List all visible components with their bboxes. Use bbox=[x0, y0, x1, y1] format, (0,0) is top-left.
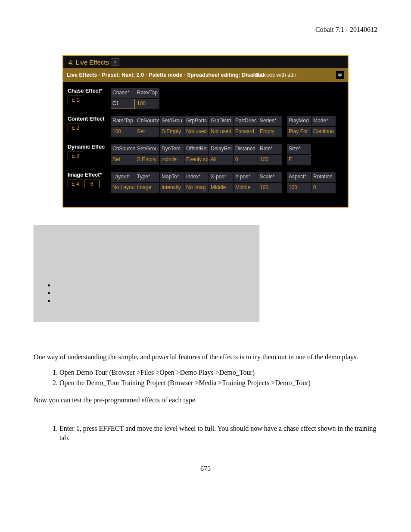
column-header[interactable]: Aspect* bbox=[287, 172, 311, 183]
doc-header: Cobalt 7.1 - 20140612 bbox=[34, 26, 377, 34]
page-number: 675 bbox=[34, 465, 377, 473]
column-header[interactable]: Rotation bbox=[311, 172, 336, 183]
cell-value[interactable]: Intensity bbox=[160, 183, 184, 193]
cell-value[interactable]: 100 bbox=[111, 127, 135, 137]
cell-value[interactable]: Not used bbox=[209, 127, 233, 137]
steps-list-2: Enter 1, press EFFECT and move the level… bbox=[34, 424, 377, 443]
column-header[interactable]: Set/Grou bbox=[135, 144, 159, 155]
step-item: Open Demo Tour (Browser >Files >Open >De… bbox=[59, 368, 377, 377]
tab-live-effects[interactable]: 4. Live Effects ✕ bbox=[66, 56, 122, 68]
effect-id-box[interactable]: E 3 bbox=[68, 152, 83, 160]
column-header[interactable]: Scale* bbox=[258, 172, 282, 183]
cell-value[interactable]: 0 bbox=[234, 155, 258, 165]
cell-value[interactable]: Image bbox=[135, 183, 159, 193]
steps-list-1: Open Demo Tour (Browser >Files >Open >De… bbox=[34, 368, 377, 388]
cell-value[interactable]: Forward bbox=[234, 127, 258, 137]
column-header[interactable]: Series* bbox=[258, 116, 282, 127]
body-paragraph: One way of understanding the simple, and… bbox=[34, 352, 377, 362]
column-header[interactable]: PartDirec bbox=[234, 116, 258, 127]
close-icon[interactable]: ✕ bbox=[112, 58, 119, 66]
gear-icon[interactable]: ✲ bbox=[336, 71, 344, 79]
effect-id-box[interactable]: E 2 bbox=[68, 124, 83, 132]
cell-value[interactable]: 100 bbox=[258, 183, 282, 193]
column-header[interactable]: Chase* bbox=[111, 88, 135, 99]
column-header[interactable]: ChSource bbox=[135, 116, 159, 127]
column-header[interactable]: DynTem bbox=[160, 144, 184, 155]
bullet-item bbox=[55, 281, 259, 289]
step-item: Enter 1, press EFFECT and move the level… bbox=[59, 424, 377, 443]
column-header[interactable]: Distance bbox=[234, 144, 258, 155]
cell-value[interactable]: No Imag bbox=[184, 183, 209, 193]
note-box bbox=[34, 225, 259, 322]
info-bar-devices: Devices with attri bbox=[255, 72, 296, 78]
effect-id-box[interactable]: 6 bbox=[84, 180, 100, 188]
cell-value[interactable]: >circle bbox=[160, 155, 184, 165]
column-header[interactable]: Index* bbox=[184, 172, 209, 183]
bullet-item bbox=[55, 297, 259, 305]
live-effects-window: 4. Live Effects ✕ Live Effects - Preset:… bbox=[62, 55, 349, 208]
column-header[interactable]: Size* bbox=[287, 144, 311, 155]
body-paragraph: Now you can test the pre-programmed effe… bbox=[34, 395, 377, 405]
column-header[interactable]: PlayMod bbox=[287, 116, 311, 127]
column-header[interactable]: Mode* bbox=[311, 116, 336, 127]
info-bar: Live Effects - Preset: Next: 2.0 - Palet… bbox=[63, 68, 348, 82]
effect-id-box[interactable]: E 1 bbox=[68, 96, 83, 104]
cell-value[interactable]: S:Empty bbox=[135, 155, 159, 165]
cell-value[interactable]: C1 bbox=[111, 99, 135, 109]
effect-row-label: Chase Effect* bbox=[68, 88, 111, 94]
bullet-item bbox=[55, 289, 259, 297]
column-header[interactable]: X-pos* bbox=[209, 172, 233, 183]
column-header[interactable]: GrpParts bbox=[184, 116, 209, 127]
cell-value[interactable]: Middle bbox=[209, 183, 233, 193]
cell-value[interactable]: 100 bbox=[287, 183, 311, 193]
column-header[interactable]: OffsetRel bbox=[184, 144, 209, 155]
column-header[interactable]: Layout* bbox=[111, 172, 135, 183]
effect-row-label: Content Effect bbox=[68, 116, 111, 122]
column-header[interactable]: Y-pos* bbox=[234, 172, 258, 183]
cell-value[interactable]: 100 bbox=[135, 99, 159, 109]
tab-label: 4. Live Effects bbox=[68, 59, 109, 66]
column-header[interactable]: Type* bbox=[135, 172, 159, 183]
cell-value[interactable]: F bbox=[287, 155, 311, 165]
column-header[interactable]: Set/Grou bbox=[160, 116, 184, 127]
column-header[interactable]: Rate/Tap bbox=[135, 88, 159, 99]
cell-value[interactable]: 100 bbox=[258, 155, 282, 165]
cell-value[interactable]: Set bbox=[135, 127, 159, 137]
info-bar-text: Live Effects - Preset: Next: 2.0 - Palet… bbox=[67, 72, 264, 78]
cell-value[interactable]: Evenly sp bbox=[184, 155, 209, 165]
effect-row-label: Image Effect* bbox=[68, 172, 111, 178]
step-item: Open the Demo_Tour Training Project (Bro… bbox=[59, 378, 377, 388]
column-header[interactable]: ChSource bbox=[111, 144, 135, 155]
column-header[interactable]: DelayRel bbox=[209, 144, 233, 155]
cell-value[interactable]: Not used bbox=[184, 127, 209, 137]
column-header[interactable]: MapTo* bbox=[160, 172, 184, 183]
tab-bar: 4. Live Effects ✕ bbox=[63, 56, 348, 68]
cell-value[interactable]: Empty bbox=[258, 127, 282, 137]
column-header[interactable]: Rate/Tap bbox=[111, 116, 135, 127]
cell-value[interactable]: All bbox=[209, 155, 233, 165]
cell-value[interactable]: Play For bbox=[287, 127, 311, 137]
effect-row-label: Dynamic Effec bbox=[68, 144, 111, 150]
cell-value[interactable]: Middle bbox=[234, 183, 258, 193]
cell-value[interactable]: Set bbox=[111, 155, 135, 165]
column-header[interactable]: Rate* bbox=[258, 144, 282, 155]
cell-value[interactable]: 0 bbox=[311, 183, 336, 193]
cell-value[interactable]: No Layou bbox=[111, 183, 135, 193]
column-header[interactable]: GrpDistri bbox=[209, 116, 233, 127]
effect-id-box[interactable]: E 4 bbox=[68, 180, 83, 188]
cell-value[interactable]: S:Empty bbox=[160, 127, 184, 137]
cell-value[interactable]: Continuo bbox=[311, 127, 336, 137]
